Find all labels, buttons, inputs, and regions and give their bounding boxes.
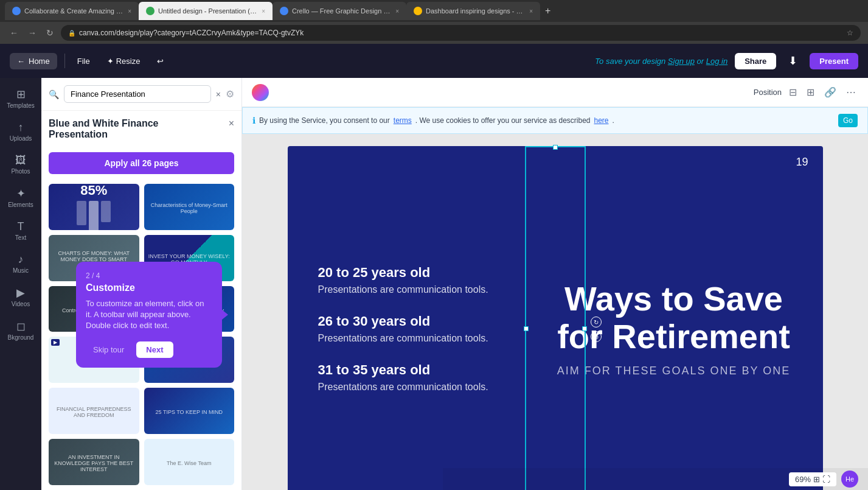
browser-tab-4[interactable]: Dashboard inspiring designs - G... × [406,2,540,20]
sidebar-item-uploads[interactable]: ↑ Uploads [4,116,38,147]
address-bar: ← → ↻ 🔒 canva.com/design/play?category=t… [0,22,868,44]
home-button[interactable]: ← Home [10,53,57,69]
tab-close-1[interactable]: × [128,8,131,15]
move-icon[interactable]: ⊕ [591,331,602,342]
browser-tab-3[interactable]: Crello — Free Graphic Design So... × [273,2,406,20]
browser-tab-2[interactable]: Untitled design - Presentation (T... × [139,2,273,20]
uploads-icon: ↑ [18,121,24,134]
resize-label: Resize [116,57,141,66]
slide-page-number: 19 [796,156,808,169]
log-in-link[interactable]: Log in [706,57,727,66]
grid-icon[interactable]: ⊞ [804,84,817,100]
new-tab-button[interactable]: + [540,5,555,16]
link-icon[interactable]: 🔗 [822,84,839,100]
uploads-label: Uploads [10,135,32,142]
sidebar-item-photos[interactable]: 🖼 Photos [4,149,38,180]
resize-icon: ✦ [107,57,114,66]
filter-icon[interactable]: ⚙ [226,88,234,100]
sidebar-item-elements[interactable]: ✦ Elements [4,182,38,213]
undo-button[interactable]: ↩ [152,53,168,69]
template-thumb-1[interactable]: 85% [49,184,139,230]
search-input[interactable] [64,85,211,103]
age-title-2: 26 to 30 years old [318,313,555,329]
handle-right[interactable] [582,326,587,331]
template-2-text: Characteristics of Money-Smart People [144,200,235,217]
selection-box: ↻ ⊕ [525,146,586,490]
age-desc-2: Presentations are communication tools. [318,333,555,344]
sidebar-item-background[interactable]: ◻ Bkground [4,315,38,346]
more-options-icon[interactable]: ⋯ [844,84,858,100]
zoom-value: 69% [795,475,811,484]
panel-title: Blue and White Finance Presentation [49,118,158,140]
cookie-close-button[interactable]: Go [838,114,858,127]
slide-container: 19 20 to 25 years old Presentations are … [288,146,823,490]
url-bar[interactable]: 🔒 canva.com/design/play?category=tACZCrv… [61,25,861,41]
age-desc-3: Presentations are communication tools. [318,382,555,393]
text-icon: T [18,220,24,233]
tab-close-2[interactable]: × [262,8,265,15]
color-palette-icon[interactable] [252,84,269,101]
tooltip-arrow [222,310,228,320]
photos-label: Photos [11,168,30,175]
resize-button[interactable]: ✦ Resize [102,53,145,69]
template-12-text: The E. Wise Team [164,458,214,469]
canvas-scroll[interactable]: 19 20 to 25 years old Presentations are … [242,134,868,490]
apply-all-button[interactable]: Apply all 26 pages [49,152,234,174]
sidebar-item-templates[interactable]: ⊞ Templates [4,83,38,114]
sidebar-item-videos[interactable]: ▶ Videos [4,281,38,312]
template-11-text: AN INVESTMENT IN KNOWLEDGE PAYS THE BEST… [49,452,139,475]
slide[interactable]: 19 20 to 25 years old Presentations are … [288,146,823,490]
file-button[interactable]: File [72,53,95,69]
info-icon: ℹ [252,116,255,125]
zoom-indicator[interactable]: 69% ⊞ ⛶ [789,472,836,486]
lock-icon: 🔒 [68,30,75,37]
search-icon: 🔍 [49,89,59,99]
template-thumb-12[interactable]: The E. Wise Team [144,439,235,485]
main-subtitle: AIM FOR THESE GOALS ONE BY ONE [557,365,790,377]
rotate-icon[interactable]: ↻ [591,317,602,327]
browser-tab-1[interactable]: Collaborate & Create Amazing C... × [5,2,139,20]
sidebar-item-text[interactable]: T Text [4,215,38,246]
age-group-1: 20 to 25 years old Presentations are com… [318,265,555,295]
template-thumb-11[interactable]: AN INVESTMENT IN KNOWLEDGE PAYS THE BEST… [49,439,139,485]
tab-close-4[interactable]: × [529,8,533,15]
or-text: or [697,57,706,66]
help-button[interactable]: He [841,471,858,488]
arrange-icon[interactable]: ⊟ [786,84,799,100]
present-button[interactable]: Present [810,53,858,69]
close-panel-icon[interactable]: × [229,118,234,129]
tab-label-3: Crello — Free Graphic Design So... [292,7,392,15]
panel-title-text: Blue and White Finance Presentation [49,118,158,140]
skip-tour-button[interactable]: Skip tour [86,341,131,358]
back-button[interactable]: ← [7,27,21,39]
here-link[interactable]: here [594,116,609,125]
music-icon: ♪ [18,253,24,266]
template-thumb-9[interactable]: FINANCIAL PREPAREDNESS AND FREEDOM [49,388,139,434]
download-button[interactable]: ⬇ [783,52,802,70]
terms-link[interactable]: terms [394,116,412,125]
cookie-bar: ℹ By using the Service, you consent to o… [242,107,868,134]
file-label: File [77,57,90,66]
clear-search-icon[interactable]: × [216,89,221,99]
save-prompt: To save your design Sign up or Log in [595,57,727,66]
sign-up-link[interactable]: Sign up [668,57,695,66]
forward-button[interactable]: → [26,27,39,39]
bookmark-icon[interactable]: ☆ [847,29,853,37]
next-button[interactable]: Next [136,341,173,358]
tooltip-title: Customize [86,282,212,293]
elements-label: Elements [8,201,33,208]
handle-left[interactable] [524,326,529,331]
age-group-2: 26 to 30 years old Presentations are com… [318,313,555,344]
share-button[interactable]: Share [735,53,776,69]
cookie-end-text: . [613,116,614,125]
tab-close-3[interactable]: × [395,8,399,15]
template-thumb-10[interactable]: 25 TIPS TO KEEP IN MIND [144,388,235,434]
fullscreen-icon[interactable]: ⛶ [822,475,830,484]
slide-left: 20 to 25 years old Presentations are com… [318,170,555,487]
template-thumb-2[interactable]: Characteristics of Money-Smart People [144,184,235,230]
handle-top[interactable] [553,145,558,150]
selected-element-overlay: ↻ ⊕ [525,146,527,490]
element-tools: ↻ ⊕ [591,317,602,342]
refresh-button[interactable]: ↻ [44,27,56,39]
sidebar-item-music[interactable]: ♪ Music [4,248,38,279]
